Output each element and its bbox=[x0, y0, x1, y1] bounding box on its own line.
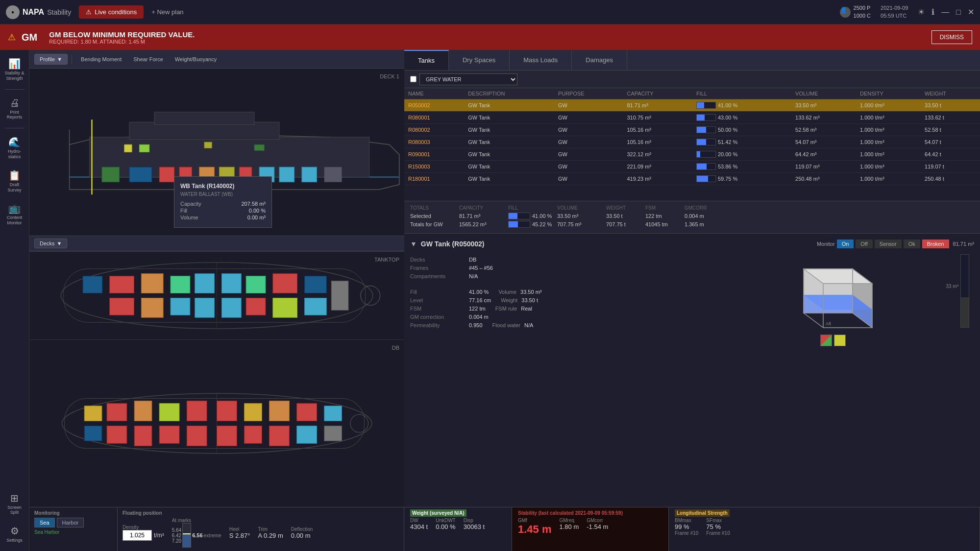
svg-rect-55 bbox=[217, 401, 237, 421]
svg-rect-29 bbox=[171, 298, 190, 315]
shear-force-button[interactable]: Shear Force bbox=[128, 54, 168, 64]
cell-volume: 54.07 m³ bbox=[791, 136, 856, 148]
compartments-key: Compartments bbox=[410, 273, 469, 279]
cell-fill[interactable]: 51.42 % bbox=[692, 136, 791, 148]
sfmax-label: SFmax bbox=[706, 518, 730, 523]
detail-frames-row: Frames #45 – #56 bbox=[410, 265, 692, 271]
totals-header-volume: VOLUME bbox=[557, 205, 606, 211]
cell-capacity: 105.16 m³ bbox=[623, 136, 692, 148]
gmf-item: GMf 1.45 m bbox=[518, 518, 552, 536]
monitor-off-button[interactable]: Off bbox=[856, 240, 872, 248]
svg-rect-5 bbox=[102, 167, 120, 182]
svg-rect-54 bbox=[187, 426, 207, 446]
tab-mass-loads[interactable]: Mass Loads bbox=[510, 50, 572, 70]
density-input[interactable] bbox=[122, 530, 152, 541]
table-row[interactable]: R180001 GW Tank GW 419.23 m³ 59.75 % 250… bbox=[404, 173, 980, 185]
svg-rect-33 bbox=[221, 298, 241, 317]
longitudinal-title: Longitudinal Strength bbox=[675, 510, 974, 516]
monitor-sensor-button[interactable]: Sensor bbox=[875, 240, 902, 248]
trim-item: Trim A 0.29 m bbox=[258, 527, 283, 539]
weight-buoyancy-button[interactable]: Weight/Buoyancy bbox=[170, 54, 221, 64]
cell-name: R080003 bbox=[404, 136, 464, 148]
profile-button[interactable]: Profile ▼ bbox=[34, 54, 68, 65]
sun-icon[interactable]: ☀ bbox=[918, 7, 925, 17]
col-header-weight: WEIGHT bbox=[921, 88, 980, 99]
tab-tanks[interactable]: Tanks bbox=[404, 50, 449, 70]
monitor-broken-button[interactable]: Broken bbox=[922, 240, 949, 248]
cell-fill[interactable]: 50.00 % bbox=[692, 124, 791, 136]
sidebar-item-screen-split[interactable]: ⊞ ScreenSplit bbox=[0, 488, 29, 520]
sidebar-item-settings[interactable]: ⚙ Settings bbox=[0, 521, 29, 547]
cell-fill[interactable]: 53.86 % bbox=[692, 161, 791, 173]
filter-select[interactable]: GREY WATER WATER BALLAST FUEL OIL FRESH … bbox=[419, 73, 517, 85]
disp-label: Disp bbox=[464, 518, 485, 523]
totals-gw-fill-text: 45.22 % bbox=[532, 221, 552, 227]
stability-title: Stability (last calculated 2021-09-09 05… bbox=[518, 510, 662, 516]
bending-moment-button[interactable]: Bending Moment bbox=[76, 54, 126, 64]
table-row[interactable]: R050002 GW Tank GW 81.71 m³ 41.00 % 33.5… bbox=[404, 99, 980, 112]
sidebar-item-draft-survey[interactable]: 📋 DraftSurvey bbox=[0, 166, 29, 197]
cell-purpose: GW bbox=[554, 124, 623, 136]
table-row[interactable]: R080002 GW Tank GW 105.16 m³ 50.00 % 52.… bbox=[404, 124, 980, 136]
cell-density: 1.000 t/m³ bbox=[856, 136, 921, 148]
cell-fill[interactable]: 43.00 % bbox=[692, 112, 791, 124]
svg-rect-6 bbox=[129, 167, 152, 182]
cell-volume: 119.07 m³ bbox=[791, 161, 856, 173]
svg-rect-40 bbox=[331, 281, 348, 311]
sidebar-item-content-monitor[interactable]: 📺 ContentMonitor bbox=[0, 198, 29, 230]
svg-rect-56 bbox=[217, 426, 237, 446]
tank-detail-grid: Decks DB Frames #45 – #56 Compartments N… bbox=[410, 254, 974, 346]
tank-color-indicators bbox=[820, 335, 846, 346]
decks-button[interactable]: Decks ▼ bbox=[34, 239, 67, 248]
sidebar-label-draft: DraftSurvey bbox=[7, 182, 21, 193]
tooltip-capacity-label: Capacity bbox=[180, 201, 201, 207]
new-plan-button[interactable]: + New plan bbox=[151, 8, 183, 16]
floating-section: Floating position Density t/m³ At bbox=[118, 507, 404, 551]
monitor-on-button[interactable]: On bbox=[837, 240, 854, 248]
live-conditions-button[interactable]: ⚠ Live conditions bbox=[79, 5, 144, 19]
close-icon[interactable]: ✕ bbox=[968, 7, 974, 17]
table-row[interactable]: R080003 GW Tank GW 105.16 m³ 51.42 % 54.… bbox=[404, 136, 980, 148]
table-row[interactable]: R080001 GW Tank GW 310.75 m³ 43.00 % 133… bbox=[404, 112, 980, 124]
svg-rect-63 bbox=[324, 406, 342, 421]
info-icon[interactable]: ℹ bbox=[931, 7, 934, 17]
unkdwt-label: UnkDWT bbox=[436, 518, 456, 523]
sidebar-item-hydrostatics[interactable]: 🌊 Hydro-statics bbox=[0, 132, 29, 164]
harbor-mode-button[interactable]: Harbor bbox=[57, 518, 84, 527]
frames-key: Frames bbox=[410, 265, 469, 271]
monitor-icon: 📺 bbox=[8, 202, 21, 214]
db-svg bbox=[29, 340, 404, 507]
tab-damages[interactable]: Damages bbox=[572, 50, 627, 70]
minimize-icon[interactable]: — bbox=[941, 8, 949, 17]
sea-mode-button[interactable]: Sea bbox=[34, 518, 55, 527]
tab-dry-spaces[interactable]: Dry Spaces bbox=[449, 50, 510, 70]
monitor-ok-button[interactable]: Ok bbox=[904, 240, 920, 248]
table-row[interactable]: R150003 GW Tank GW 221.09 m³ 53.86 % 119… bbox=[404, 161, 980, 173]
cell-fill[interactable]: 20.00 % bbox=[692, 148, 791, 161]
collapse-icon[interactable]: ▼ bbox=[410, 240, 417, 248]
heel-item: Heel S 2.87° bbox=[229, 527, 250, 539]
tooltip-subtitle: WATER BALLAST (WB) bbox=[180, 192, 266, 197]
density-item: Density t/m³ bbox=[122, 525, 164, 541]
svg-rect-18 bbox=[254, 144, 264, 150]
cell-description: GW Tank bbox=[464, 148, 554, 161]
totals-selected-volume: 33.50 m³ bbox=[557, 213, 606, 219]
draft-gauge bbox=[182, 523, 191, 548]
totals-header-capacity: CAPACITY bbox=[459, 205, 508, 211]
sfmax-item: SFmax 75 % Frame #10 bbox=[706, 518, 730, 536]
cell-fill[interactable]: 41.00 % bbox=[692, 99, 791, 112]
totals-section: TOTALS CAPACITY FILL VOLUME WEIGHT FSM G… bbox=[404, 201, 980, 234]
tab-mass-loads-label: Mass Loads bbox=[523, 56, 558, 64]
filter-checkbox[interactable] bbox=[410, 76, 416, 82]
decks-label: Decks bbox=[40, 240, 55, 246]
user-avatar: 👤 bbox=[840, 7, 851, 18]
cell-name: R180001 bbox=[404, 173, 464, 185]
svg-rect-17 bbox=[204, 142, 212, 148]
dismiss-button[interactable]: DISMISS bbox=[931, 30, 972, 44]
fsm-key: FSM bbox=[410, 306, 469, 311]
sidebar-item-print-reports[interactable]: 🖨 PrintReports bbox=[0, 94, 29, 124]
cell-fill[interactable]: 59.75 % bbox=[692, 173, 791, 185]
sidebar-item-stability-strength[interactable]: 📊 Stability &Strength bbox=[0, 54, 29, 85]
maximize-icon[interactable]: □ bbox=[956, 8, 961, 17]
table-row[interactable]: R090001 GW Tank GW 322.12 m³ 20.00 % 64.… bbox=[404, 148, 980, 161]
